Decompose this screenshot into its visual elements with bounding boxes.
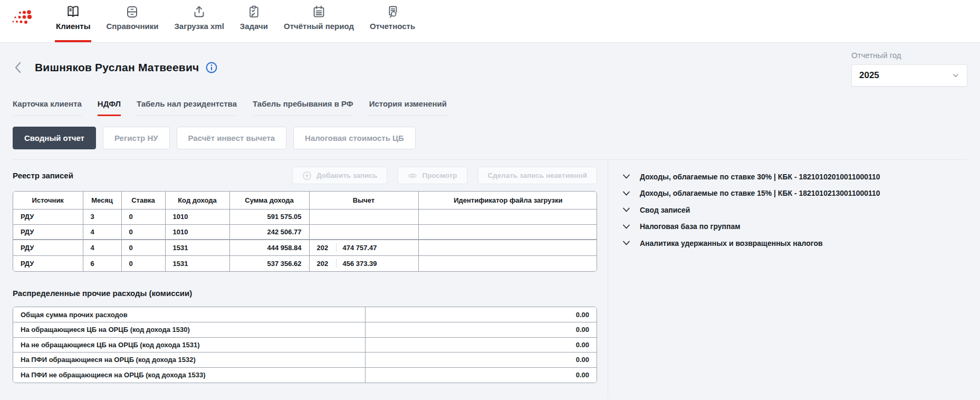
cell-rate: 0 xyxy=(121,240,165,256)
chevron-down-icon xyxy=(622,239,631,247)
tasks-icon xyxy=(247,5,261,19)
cell-income-code: 1531 xyxy=(165,256,229,272)
cell-file-id xyxy=(418,224,597,240)
nav-item-reporting[interactable]: Отчетность xyxy=(369,0,416,42)
tax-cost-cb-button[interactable]: Налоговая стоимость ЦБ xyxy=(293,127,416,149)
cell-income-sum: 537 356.62 xyxy=(229,256,309,272)
app: Клиенты Справочники Загрузка xml За xyxy=(0,0,980,400)
expense-label: На ПФИ обращающиеся на ОРЦБ (код дохода … xyxy=(13,353,365,368)
back-icon[interactable] xyxy=(13,61,24,74)
content-columns: Реестр записей Добавить запись Просмотр … xyxy=(0,160,980,398)
cell-source: РДУ xyxy=(13,240,83,256)
report-year-value: 2025 xyxy=(859,70,879,81)
cell-source: РДУ xyxy=(13,209,83,224)
col-month: Месяц xyxy=(83,192,121,209)
cell-deduction: 202474 757.47 xyxy=(309,240,418,256)
accordion-income-15[interactable]: Доходы, облагаемые по ставке 15% | КБК -… xyxy=(622,185,980,202)
accordion-label: Аналитика удержанных и возвращенных нало… xyxy=(640,239,823,247)
table-row[interactable]: РДУ 4 0 1531 444 958.84 202474 757.47 xyxy=(13,240,597,256)
deduction-sum: 456 373.39 xyxy=(343,260,377,268)
table-row[interactable]: РДУ 4 0 1010 242 506.77 xyxy=(13,224,597,240)
report-year-select[interactable]: 2025 xyxy=(851,64,967,87)
col-income-code: Код дохода xyxy=(165,192,229,209)
table-row: На ПФИ обращающиеся на ОРЦБ (код дохода … xyxy=(13,353,597,368)
table-row[interactable]: РДУ 3 0 1010 591 575.05 xyxy=(13,209,597,224)
expense-value: 0.00 xyxy=(365,307,597,322)
table-row: На ПФИ не обращающиеся на ОРЦБ (код дохо… xyxy=(13,367,597,383)
chevron-down-icon xyxy=(622,189,631,198)
tab-stay-in-rf[interactable]: Табель пребывания в РФ xyxy=(253,99,353,116)
cell-file-id xyxy=(418,256,597,272)
page-title: Вишняков Руслан Матвеевич xyxy=(35,61,199,74)
deactivate-record-button[interactable]: Сделать запись неактивной xyxy=(478,167,597,184)
nav-label: Справочники xyxy=(106,22,158,31)
add-record-label: Добавить запись xyxy=(316,172,377,179)
cell-income-code: 1010 xyxy=(165,209,229,224)
nav-label: Задачи xyxy=(240,22,268,31)
tab-change-history[interactable]: История изменений xyxy=(369,99,447,116)
chevron-down-icon xyxy=(622,172,631,181)
chevron-down-icon xyxy=(952,72,959,79)
expense-value: 0.00 xyxy=(365,337,597,353)
client-tabs: Карточка клиента НДФЛ Табель нал резиден… xyxy=(13,99,967,116)
accordion-label: Свод записей xyxy=(640,206,690,214)
tab-client-card[interactable]: Карточка клиента xyxy=(13,99,82,116)
cell-income-code: 1531 xyxy=(165,240,229,256)
deduction-code: 202 xyxy=(317,244,334,252)
col-source: Источник xyxy=(13,192,83,209)
table-header-row: Источник Месяц Ставка Код дохода Сумма д… xyxy=(13,192,597,209)
calendar-icon xyxy=(312,5,326,19)
tab-ndfl[interactable]: НДФЛ xyxy=(98,99,121,116)
book-icon xyxy=(66,5,80,19)
cell-income-code: 1010 xyxy=(165,224,229,240)
nav-item-directories[interactable]: Справочники xyxy=(105,0,159,42)
cell-deduction: 202456 373.39 xyxy=(309,256,418,272)
info-icon[interactable] xyxy=(205,61,218,74)
cell-month: 3 xyxy=(83,209,121,224)
view-record-button[interactable]: Просмотр xyxy=(398,167,467,184)
table-row[interactable]: РДУ 6 0 1531 537 356.62 202456 373.39 xyxy=(13,256,597,272)
cell-rate: 0 xyxy=(121,224,165,240)
nav-item-clients[interactable]: Клиенты xyxy=(55,0,91,42)
cell-file-id xyxy=(418,240,597,256)
deduction-divider xyxy=(336,259,337,268)
accordion-tax-analytics[interactable]: Аналитика удержанных и возвращенных нало… xyxy=(622,235,980,252)
cell-deduction xyxy=(309,209,418,224)
add-record-button[interactable]: Добавить запись xyxy=(292,167,387,184)
cell-month: 4 xyxy=(83,240,121,256)
nu-register-button[interactable]: Регистр НУ xyxy=(103,127,170,149)
accordion-label: Доходы, облагаемые по ставке 15% | КБК -… xyxy=(640,189,880,197)
left-panel: Реестр записей Добавить запись Просмотр … xyxy=(13,160,597,398)
invest-deduction-button[interactable]: Расчёт инвест вычета xyxy=(177,127,287,149)
accordion-records-summary[interactable]: Свод записей xyxy=(622,202,980,218)
brand-logo-icon xyxy=(12,8,35,27)
deduction-sum: 474 757.47 xyxy=(343,244,377,252)
cell-deduction xyxy=(309,224,418,240)
col-deduction: Вычет xyxy=(309,192,418,209)
tab-residency-table[interactable]: Табель нал резидентства xyxy=(137,99,237,116)
expense-label: На не обращающиеся ЦБ на ОРЦБ (код доход… xyxy=(13,337,365,353)
accordion-income-30[interactable]: Доходы, облагаемые по ставке 30% | КБК -… xyxy=(622,168,980,185)
eye-icon xyxy=(408,171,417,180)
summary-report-button[interactable]: Сводный отчет xyxy=(13,127,96,149)
report-subtabs: Сводный отчет Регистр НУ Расчёт инвест в… xyxy=(13,127,967,149)
col-rate: Ставка xyxy=(121,192,165,209)
cell-month: 4 xyxy=(83,224,121,240)
col-file-id: Идентификатор файла загрузки xyxy=(418,192,597,209)
expense-value: 0.00 xyxy=(365,367,597,383)
report-search-icon xyxy=(386,5,400,19)
nav-item-report-period[interactable]: Отчётный период xyxy=(283,0,355,42)
right-panel: Доходы, облагаемые по ставке 30% | КБК -… xyxy=(608,160,980,398)
accordion-tax-base-groups[interactable]: Налоговая база по группам xyxy=(622,218,980,235)
expenses-table: Общая сумма прочих расходов 0.00 На обра… xyxy=(13,307,597,383)
cell-income-sum: 591 575.05 xyxy=(229,209,309,224)
nav-item-upload-xml[interactable]: Загрузка xml xyxy=(173,0,225,42)
registry-title: Реестр записей xyxy=(13,171,73,180)
cell-file-id xyxy=(418,209,597,224)
table-row: На обращающиеся ЦБ на ОРЦБ (код дохода 1… xyxy=(13,322,597,338)
table-row: На не обращающиеся ЦБ на ОРЦБ (код доход… xyxy=(13,337,597,353)
page-header: Вишняков Руслан Матвеевич xyxy=(13,57,967,78)
nav-item-tasks[interactable]: Задачи xyxy=(239,0,269,42)
deduction-divider xyxy=(336,243,337,252)
registry-actions: Добавить запись Просмотр Сделать запись … xyxy=(292,167,597,184)
